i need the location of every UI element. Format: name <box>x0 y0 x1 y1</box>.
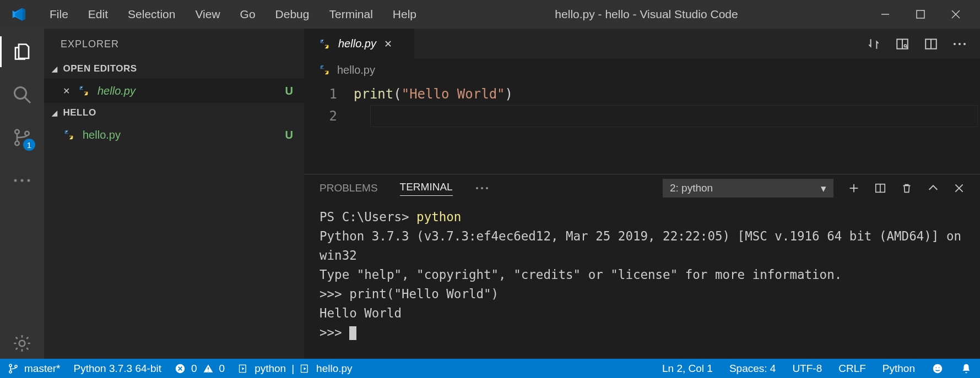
svg-marker-2 <box>13 11 15 18</box>
python-file-icon <box>318 38 331 50</box>
feedback-icon[interactable] <box>932 363 944 375</box>
token-paren: ) <box>505 86 513 102</box>
files-icon <box>12 42 32 62</box>
chevron-down-icon: ◢ <box>52 109 58 117</box>
menu-edit[interactable]: Edit <box>79 4 117 24</box>
token-string: "Hello World" <box>402 86 505 102</box>
menu-view[interactable]: View <box>186 4 229 24</box>
svg-point-13 <box>21 179 24 182</box>
svg-point-20 <box>322 40 323 41</box>
open-editor-name: hello.py <box>98 85 136 97</box>
maximize-panel-icon[interactable] <box>927 182 939 194</box>
tab-bar: hello.py ✕ <box>304 29 980 59</box>
activity-more[interactable] <box>0 165 44 196</box>
terminal-line: Python 3.7.3 (v3.7.3:ef4ec6ed12, Mar 25 … <box>320 229 969 262</box>
kill-terminal-icon[interactable] <box>901 182 913 194</box>
code-editor[interactable]: 1 2 print("Hello World") <box>304 81 980 174</box>
window-minimize-button[interactable] <box>868 0 903 29</box>
gear-icon <box>12 333 32 353</box>
bell-icon[interactable] <box>960 363 972 375</box>
terminal-selector[interactable]: 2: python▾ <box>663 179 833 198</box>
svg-point-7 <box>15 87 26 99</box>
run-label: python <box>255 363 286 375</box>
separator: | <box>291 363 294 375</box>
terminal-cursor <box>349 326 356 340</box>
error-icon <box>175 363 186 374</box>
status-run-file[interactable]: python | hello.py <box>238 363 352 375</box>
bottom-panel: PROBLEMS TERMINAL 2: python▾ PS C:\Users… <box>304 174 980 359</box>
open-editor-item[interactable]: ✕ hello.py U <box>44 79 304 103</box>
branch-label: master* <box>24 363 60 375</box>
panel-tab-problems[interactable]: PROBLEMS <box>320 182 378 194</box>
svg-marker-1 <box>14 8 22 21</box>
activity-settings[interactable] <box>0 328 44 359</box>
svg-point-11 <box>25 132 29 136</box>
activity-source-control[interactable]: 1 <box>0 122 44 153</box>
run-icon <box>238 363 249 374</box>
svg-rect-4 <box>917 10 924 18</box>
svg-point-32 <box>481 187 483 189</box>
python-file-icon <box>318 64 331 76</box>
status-git-branch[interactable]: master* <box>8 363 60 375</box>
chevron-down-icon: ▾ <box>821 182 826 195</box>
open-editors-label: OPEN EDITORS <box>63 63 137 74</box>
status-interpreter[interactable]: Python 3.7.3 64-bit <box>73 363 161 375</box>
editor-tab[interactable]: hello.py ✕ <box>304 29 414 59</box>
status-indentation[interactable]: Spaces: 4 <box>729 363 776 375</box>
activity-explorer[interactable] <box>0 36 44 67</box>
activity-bar: 1 <box>0 29 44 359</box>
svg-point-19 <box>71 138 72 139</box>
svg-point-17 <box>85 94 86 95</box>
ellipsis-icon[interactable] <box>952 42 967 46</box>
open-editors-header[interactable]: ◢ OPEN EDITORS <box>44 59 304 79</box>
terminal-line: >>> print("Hello World") <box>320 287 499 301</box>
interpreter-label: Python 3.7.3 64-bit <box>73 363 161 375</box>
svg-point-10 <box>15 141 19 146</box>
status-encoding[interactable]: UTF-8 <box>792 363 822 375</box>
svg-point-41 <box>9 370 12 372</box>
open-preview-icon[interactable] <box>895 37 909 51</box>
git-status-untracked: U <box>285 85 293 97</box>
code-content[interactable]: print("Hello World") <box>354 83 513 174</box>
menu-debug[interactable]: Debug <box>267 4 318 24</box>
status-problems[interactable]: 0 0 <box>175 363 225 375</box>
chevron-down-icon: ◢ <box>52 65 58 73</box>
breadcrumb-file: hello.py <box>337 64 375 76</box>
status-cursor-position[interactable]: Ln 2, Col 1 <box>662 363 713 375</box>
split-editor-icon[interactable] <box>924 37 938 51</box>
window-maximize-button[interactable] <box>903 0 938 29</box>
terminal-selector-label: 2: python <box>670 182 713 194</box>
svg-point-50 <box>933 364 943 373</box>
breadcrumb[interactable]: hello.py <box>304 59 980 81</box>
menu-go[interactable]: Go <box>231 4 264 24</box>
menu-file[interactable]: File <box>41 4 77 24</box>
ellipsis-icon[interactable] <box>475 186 489 190</box>
run-icon <box>300 363 311 374</box>
status-language[interactable]: Python <box>882 363 915 375</box>
compare-changes-icon[interactable] <box>867 37 881 51</box>
file-tree-item[interactable]: hello.py U <box>44 123 304 147</box>
status-eol[interactable]: CRLF <box>838 363 866 375</box>
editor-area: hello.py ✕ hello.py 1 2 print("Hello Wor… <box>304 29 980 359</box>
activity-search[interactable] <box>0 79 44 110</box>
menu-terminal[interactable]: Terminal <box>320 4 381 24</box>
panel-tab-terminal[interactable]: TERMINAL <box>400 181 453 196</box>
close-panel-icon[interactable] <box>954 183 965 194</box>
terminal-output[interactable]: PS C:\Users> python Python 3.7.3 (v3.7.3… <box>304 202 980 359</box>
new-terminal-icon[interactable] <box>848 182 860 194</box>
menu-selection[interactable]: Selection <box>119 4 184 24</box>
window-close-button[interactable] <box>938 0 973 29</box>
svg-point-9 <box>15 130 19 134</box>
status-bar: master* Python 3.7.3 64-bit 0 0 python |… <box>0 359 980 378</box>
split-terminal-icon[interactable] <box>874 182 886 194</box>
folder-header[interactable]: ◢ HELLO <box>44 103 304 123</box>
line-number: 2 <box>304 105 337 127</box>
file-name: hello.py <box>83 129 121 141</box>
line-number-gutter: 1 2 <box>304 83 354 174</box>
close-icon[interactable]: ✕ <box>63 86 70 96</box>
close-icon[interactable]: ✕ <box>384 38 392 50</box>
menu-help[interactable]: Help <box>384 4 425 24</box>
svg-point-31 <box>476 187 478 189</box>
svg-marker-0 <box>22 8 25 21</box>
python-file-icon <box>78 85 90 97</box>
